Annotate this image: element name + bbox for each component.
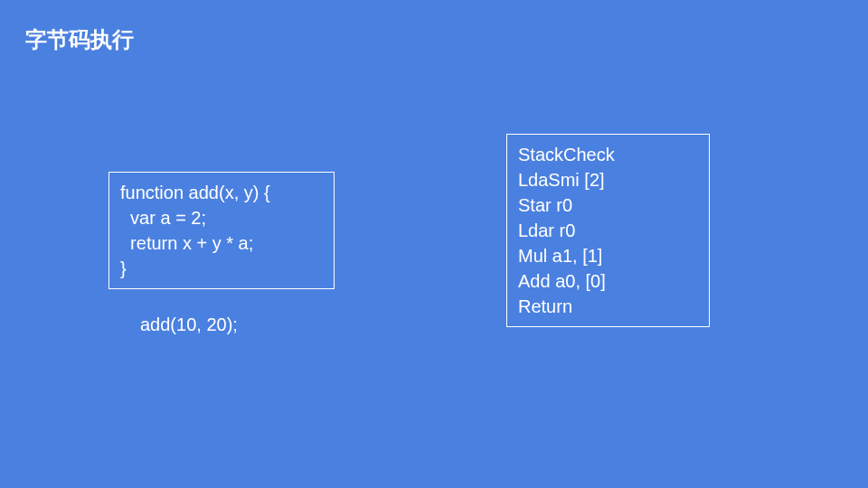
page-title: 字节码执行 [25, 25, 134, 54]
call-expression: add(10, 20); [140, 314, 238, 335]
bytecode-box: StackCheck LdaSmi [2] Star r0 Ldar r0 Mu… [506, 134, 710, 327]
source-code-box: function add(x, y) { var a = 2; return x… [108, 172, 335, 289]
